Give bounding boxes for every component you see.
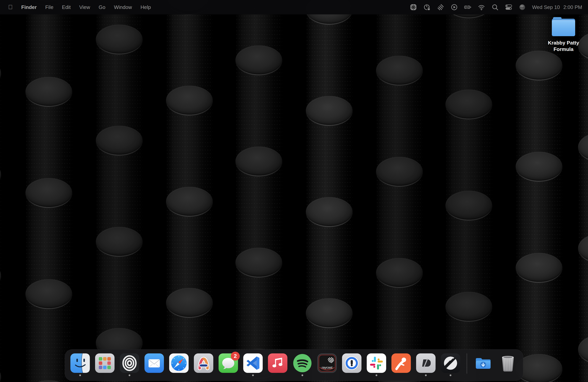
dock-item-safari-icon[interactable] bbox=[169, 353, 189, 373]
menu-item-file[interactable]: File bbox=[45, 4, 53, 10]
running-indicator-dot bbox=[425, 374, 427, 376]
wifi-icon[interactable] bbox=[478, 3, 485, 11]
macos-desktop:  FinderFileEditViewGoWindowHelp bbox=[0, 0, 588, 382]
dock-divider bbox=[467, 353, 467, 374]
menu-bar-status-area: Wed Sep 10 2:00 PM bbox=[410, 3, 588, 11]
menu-bar-date: Wed Sep 10 bbox=[532, 4, 560, 10]
dock: 2 raycast bbox=[65, 349, 523, 381]
running-indicator-dot bbox=[129, 374, 130, 376]
menu-item-go[interactable]: Go bbox=[99, 4, 105, 10]
dock-item-arc-icon[interactable] bbox=[194, 353, 213, 373]
dock-item-dia-icon[interactable] bbox=[416, 353, 436, 373]
dock-item-linear-icon[interactable] bbox=[441, 353, 460, 373]
striped-diamond-icon[interactable] bbox=[437, 3, 444, 11]
notification-badge: 2 bbox=[231, 352, 240, 361]
desktop-icon-krabby-patty-formula[interactable]: Krabby Patty Formula bbox=[540, 17, 587, 53]
dock-item-messages-icon[interactable]: 2 bbox=[219, 353, 238, 373]
siri-icon[interactable] bbox=[519, 3, 526, 11]
running-indicator-dot bbox=[252, 374, 254, 376]
wallpaper-cylinder-column bbox=[578, 0, 588, 382]
wallpaper-cylinder-column bbox=[0, 0, 1, 382]
dock-item-slack-icon[interactable] bbox=[367, 353, 386, 373]
control-center-icon[interactable] bbox=[505, 3, 512, 11]
dock-item-raycast-icon[interactable]: raycast bbox=[317, 353, 337, 373]
menu-bar-clock[interactable]: Wed Sep 10 2:00 PM bbox=[532, 4, 582, 10]
wallpaper-cylinder-column bbox=[96, 0, 143, 382]
apple-menu-icon[interactable]:  bbox=[8, 0, 13, 14]
running-indicator-dot bbox=[376, 374, 378, 376]
dock-item-1password-icon[interactable] bbox=[342, 353, 361, 373]
dock-item-trash-icon[interactable] bbox=[498, 353, 518, 373]
wallpaper-cylinder-column bbox=[445, 0, 492, 382]
dock-item-downloads-folder-icon[interactable] bbox=[473, 353, 493, 373]
desktop-icon-label: Krabby Patty Formula bbox=[544, 40, 583, 53]
dock-item-music-icon[interactable] bbox=[268, 353, 287, 373]
dock-item-launchpad-icon[interactable] bbox=[95, 353, 115, 373]
dock-item-postman-icon[interactable] bbox=[391, 353, 411, 373]
menu-item-finder[interactable]: Finder bbox=[21, 4, 37, 10]
running-indicator-dot bbox=[450, 374, 452, 376]
dock-item-spotify-icon[interactable] bbox=[293, 353, 312, 373]
play-circle-icon[interactable] bbox=[451, 3, 458, 11]
wallpaper-cylinder-column bbox=[376, 0, 423, 382]
menu-item-help[interactable]: Help bbox=[140, 4, 151, 10]
desktop-wallpaper bbox=[0, 0, 588, 382]
menu-bar-time: 2:00 PM bbox=[563, 4, 582, 10]
dock-item-vscode-icon[interactable] bbox=[243, 353, 263, 373]
screen-lock-icon[interactable] bbox=[423, 3, 431, 11]
menu-bar-left:  FinderFileEditViewGoWindowHelp bbox=[0, 0, 151, 14]
keystroke-burst-icon[interactable] bbox=[410, 3, 417, 11]
dock-item-mail-icon[interactable] bbox=[145, 353, 164, 373]
running-indicator-dot bbox=[302, 374, 303, 376]
folder-icon[interactable] bbox=[552, 17, 575, 37]
menu-item-edit[interactable]: Edit bbox=[62, 4, 71, 10]
wallpaper-cylinder-column bbox=[166, 0, 213, 382]
wallpaper-cylinder-column bbox=[516, 0, 562, 382]
battery-charging-icon[interactable] bbox=[464, 3, 472, 11]
wallpaper-cylinder-column bbox=[25, 0, 72, 382]
menu-item-window[interactable]: Window bbox=[114, 4, 132, 10]
spotlight-search-icon[interactable] bbox=[491, 3, 499, 11]
menu-bar:  FinderFileEditViewGoWindowHelp bbox=[0, 0, 588, 14]
wallpaper-cylinder-column bbox=[306, 0, 353, 382]
menu-item-view[interactable]: View bbox=[79, 4, 90, 10]
dock-item-target-rings-icon[interactable] bbox=[120, 353, 139, 373]
running-indicator-dot bbox=[79, 374, 81, 376]
wallpaper-cylinder-column bbox=[235, 0, 282, 382]
svg-text:raycast: raycast bbox=[322, 366, 333, 369]
dock-item-finder-icon[interactable] bbox=[70, 353, 90, 373]
